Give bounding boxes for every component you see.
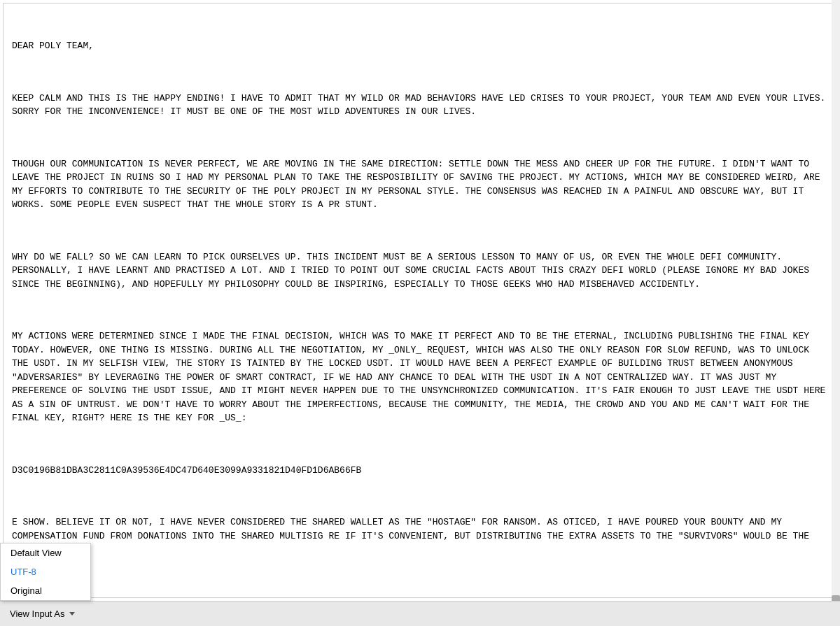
paragraph-1: DEAR POLY TEAM,: [12, 39, 828, 53]
dropdown-item-utf8[interactable]: UTF-8: [1, 562, 90, 581]
scrollbar-thumb[interactable]: [832, 595, 837, 598]
view-input-as-button[interactable]: View Input As: [6, 606, 79, 622]
paragraph-4: WHY DO WE FALL? SO WE CAN LEARN TO PICK …: [12, 250, 828, 292]
view-input-as-label: View Input As: [10, 609, 65, 619]
view-input-dropdown[interactable]: Default View UTF-8 Original: [0, 543, 91, 601]
content-area[interactable]: DEAR POLY TEAM, KEEP CALM AND THIS IS TH…: [3, 3, 837, 598]
chevron-down-icon: [69, 612, 75, 616]
dropdown-item-default-view[interactable]: Default View: [1, 543, 90, 562]
bottom-bar: View Input As: [0, 601, 840, 626]
paragraph-5: MY ACTIONS WERE DETERMINED SINCE I MADE …: [12, 329, 828, 425]
paragraph-6: E SHOW. BELIEVE IT OR NOT, I HAVE NEVER …: [12, 515, 828, 557]
paragraph-3: THOUGH OUR COMMUNICATION IS NEVER PERFEC…: [12, 157, 828, 212]
hash-value: d3c0196b81dba3c2811c0a39536e4dc47d640e30…: [12, 464, 828, 478]
scrollbar-track[interactable]: [832, 3, 837, 598]
main-container: DEAR POLY TEAM, KEEP CALM AND THIS IS TH…: [0, 0, 840, 626]
paragraph-2: KEEP CALM AND THIS IS THE HAPPY ENDING! …: [12, 92, 828, 119]
content-text: DEAR POLY TEAM, KEEP CALM AND THIS IS TH…: [12, 12, 828, 595]
dropdown-item-original[interactable]: Original: [1, 581, 90, 600]
